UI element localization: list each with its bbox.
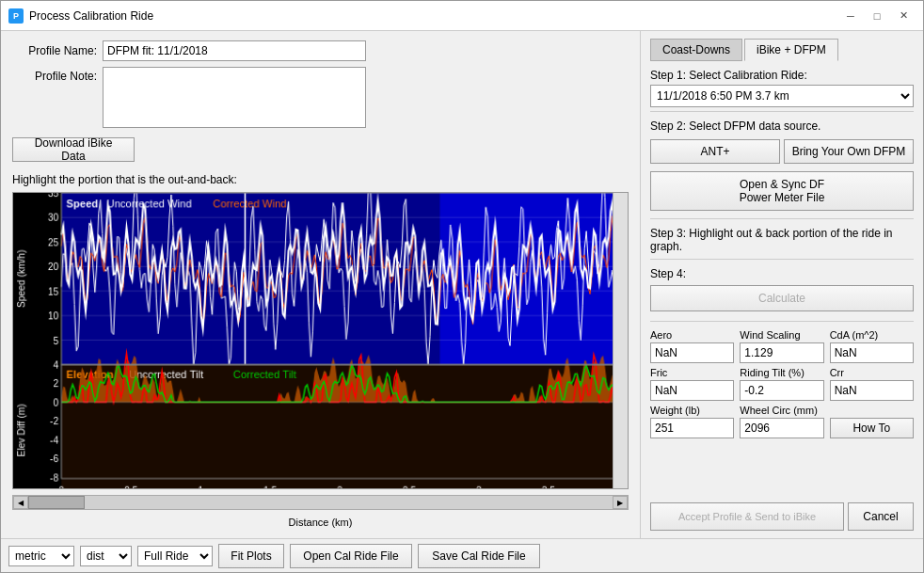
left-panel: Profile Name: Profile Note: Download iBi…	[1, 31, 641, 538]
ant-button[interactable]: ANT+	[650, 139, 780, 164]
title-bar-left: P Process Calibration Ride	[8, 8, 153, 24]
riding-tilt-input[interactable]	[740, 380, 823, 401]
weight-label: Weight (lb)	[650, 405, 734, 416]
open-cal-ride-button[interactable]: Open Cal Ride File	[290, 544, 412, 568]
x-axis-label: Distance (km)	[12, 516, 629, 529]
tab-ibike-dfpm[interactable]: iBike + DFPM	[744, 39, 838, 61]
close-button[interactable]: ✕	[891, 6, 916, 26]
divider1	[650, 111, 914, 112]
bring-dfpm-button[interactable]: Bring Your Own DFPM	[784, 139, 914, 164]
riding-tilt-label: Riding Tilt (%)	[740, 367, 823, 378]
cda-input[interactable]	[830, 342, 914, 363]
tab-coast-downs[interactable]: Coast-Downs	[650, 39, 742, 61]
divider3	[650, 259, 914, 260]
weight-input[interactable]	[650, 418, 734, 438]
how-to-button[interactable]: How To	[830, 418, 914, 438]
bottom-bar: metric imperial dist time Full Ride Fit …	[1, 538, 923, 572]
profile-name-input[interactable]	[103, 40, 366, 61]
units-select[interactable]: metric imperial	[8, 546, 74, 566]
main-window: P Process Calibration Ride ─ □ ✕ Profile…	[0, 0, 924, 573]
calibration-ride-select[interactable]: 11/1/2018 6:50 PM 3.7 km	[650, 85, 914, 107]
aero-label: Aero	[650, 329, 734, 341]
dist-time-select[interactable]: dist time	[80, 546, 132, 566]
wheel-circ-metric: Wheel Circ (mm)	[740, 405, 823, 438]
aero-input[interactable]	[650, 342, 734, 363]
wind-scaling-input[interactable]	[740, 342, 823, 363]
aero-metric: Aero	[650, 329, 734, 363]
vertical-scrollbar[interactable]	[613, 193, 628, 488]
maximize-button[interactable]: □	[865, 6, 889, 26]
title-bar-controls: ─ □ ✕	[838, 6, 916, 26]
fric-metric: Fric	[650, 367, 734, 401]
sync-button[interactable]: Open & Sync DFPower Meter File	[650, 171, 914, 211]
cda-metric: CdA (m^2)	[830, 329, 914, 363]
profile-note-label: Profile Note:	[12, 70, 97, 83]
highlight-label: Highlight the portion that is the out-an…	[12, 173, 629, 186]
cancel-button[interactable]: Cancel	[848, 502, 914, 531]
dfpm-source-row: ANT+ Bring Your Own DFPM	[650, 139, 914, 164]
ride-range-select[interactable]: Full Ride	[137, 546, 213, 566]
download-row: Download iBike Data	[12, 134, 629, 166]
scroll-right-arrow[interactable]: ▶	[613, 496, 628, 509]
save-cal-ride-button[interactable]: Save Cal Ride File	[418, 544, 540, 568]
chart-container	[12, 192, 629, 489]
profile-name-label: Profile Name:	[12, 44, 97, 57]
weight-wheel-row: Weight (lb) Wheel Circ (mm) How To	[650, 405, 914, 438]
weight-metric: Weight (lb)	[650, 405, 734, 438]
crr-label: Crr	[830, 367, 914, 378]
bottom-buttons: Accept Profile & Send to iBike Cancel	[650, 497, 914, 531]
step2-label: Step 2: Select DFPM data source.	[650, 119, 914, 133]
scroll-left-arrow[interactable]: ◀	[13, 496, 28, 509]
crr-input[interactable]	[830, 380, 914, 401]
title-bar: P Process Calibration Ride ─ □ ✕	[1, 1, 923, 31]
step3-label: Step 3: Highlight out & back portion of …	[650, 227, 914, 253]
wind-scaling-metric: Wind Scaling	[740, 329, 823, 363]
calculate-button[interactable]: Calculate	[650, 285, 914, 311]
right-panel: Coast-Downs iBike + DFPM Step 1: Select …	[641, 31, 923, 538]
main-content: Profile Name: Profile Note: Download iBi…	[1, 31, 923, 538]
fric-label: Fric	[650, 367, 734, 378]
metrics-grid: Aero Wind Scaling CdA (m^2) Fric	[650, 329, 914, 401]
wheel-circ-label: Wheel Circ (mm)	[740, 405, 823, 416]
step1-label: Step 1: Select Calibration Ride:	[650, 69, 914, 82]
crr-metric: Crr	[830, 367, 914, 401]
h-scrollbar-track[interactable]	[28, 496, 613, 509]
divider2	[650, 218, 914, 219]
cda-label: CdA (m^2)	[830, 329, 914, 341]
wheel-circ-input[interactable]	[740, 418, 823, 438]
window-title: Process Calibration Ride	[29, 9, 153, 23]
app-icon: P	[8, 8, 24, 24]
step4-label: Step 4:	[650, 267, 914, 280]
right-panel-inner: Coast-Downs iBike + DFPM Step 1: Select …	[650, 39, 914, 531]
h-scrollbar-area: ◀ ▶	[12, 495, 629, 510]
riding-tilt-metric: Riding Tilt (%)	[740, 367, 823, 401]
profile-name-row: Profile Name:	[12, 40, 629, 61]
ride-chart[interactable]	[13, 193, 628, 489]
profile-note-textarea[interactable]	[103, 67, 366, 128]
fit-plots-button[interactable]: Fit Plots	[218, 544, 284, 568]
accept-button[interactable]: Accept Profile & Send to iBike	[650, 502, 844, 531]
h-scrollbar-thumb[interactable]	[28, 496, 85, 509]
minimize-button[interactable]: ─	[838, 6, 863, 26]
fric-input[interactable]	[650, 380, 734, 401]
wind-scaling-label: Wind Scaling	[740, 329, 823, 341]
profile-note-row: Profile Note:	[12, 67, 629, 128]
download-ibike-button[interactable]: Download iBike Data	[12, 137, 135, 162]
how-to-metric: How To	[830, 405, 914, 438]
ride-select-row: 11/1/2018 6:50 PM 3.7 km	[650, 85, 914, 107]
tab-bar: Coast-Downs iBike + DFPM	[650, 39, 914, 61]
divider4	[650, 321, 914, 322]
